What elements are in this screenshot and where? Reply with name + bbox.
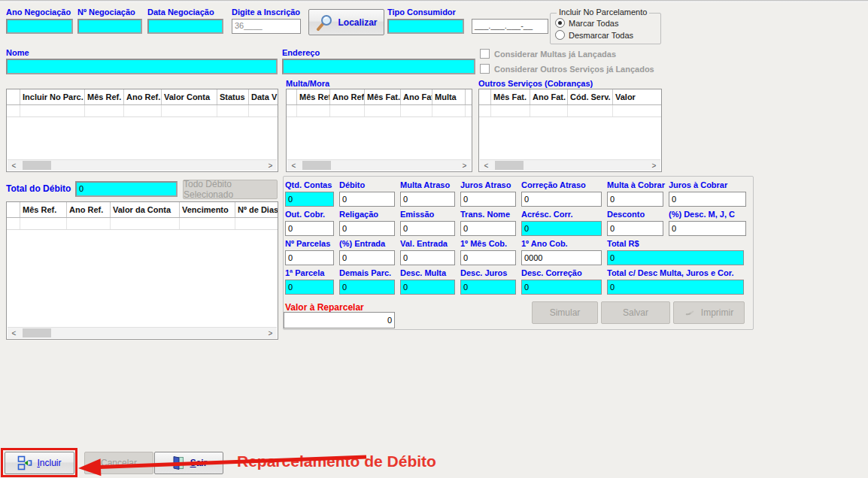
scroll-track[interactable] [20, 328, 264, 338]
checkbox-row[interactable]: Considerar Outros Serviços já Lançados [480, 64, 654, 74]
scroll-right-arrow-icon[interactable]: > [264, 328, 277, 338]
scroll-left-arrow-icon[interactable]: < [8, 160, 20, 171]
table-cell [235, 218, 278, 229]
panel-field-input[interactable]: 0 [400, 280, 455, 295]
scroll-left-arrow-icon[interactable]: < [8, 328, 20, 338]
simular-button[interactable]: Simular [532, 301, 598, 324]
panel-field-input[interactable]: 0 [285, 250, 334, 265]
todo-debito-button[interactable]: Todo Débito Selecionado [183, 180, 278, 199]
panel-field-input[interactable]: 0 [521, 221, 602, 236]
endereco-input[interactable] [282, 59, 475, 74]
panel-field-input[interactable]: 0 [607, 192, 663, 207]
outros_servicos-empty-row[interactable] [479, 105, 661, 117]
panel-field-input[interactable]: 0 [339, 221, 395, 236]
parcelamento-group-title: Incluir No Parcelamento [557, 8, 649, 17]
cancelar-button[interactable]: Cancelar [84, 452, 153, 474]
panel-field-input[interactable]: 0 [339, 192, 395, 207]
checkbox-icon[interactable] [480, 64, 490, 74]
printer-icon [684, 307, 697, 318]
panel-field-input[interactable]: 0 [400, 221, 455, 236]
scroll-right-arrow-icon[interactable]: > [648, 160, 660, 171]
num-negociacao-input[interactable] [77, 19, 142, 34]
panel-field: 1º Ano Cob.0000 [521, 239, 607, 265]
total-debito-input[interactable]: 0 [75, 181, 178, 197]
panel-field: Emissão0 [400, 210, 460, 236]
checkbox-label: Considerar Multas já Lançadas [494, 50, 616, 59]
multa_mora-hscrollbar[interactable]: <> [287, 159, 471, 171]
panel-field: Multa Atraso0 [400, 180, 460, 207]
panel-field-input[interactable]: 0 [607, 221, 663, 236]
detalhe-empty-row[interactable] [7, 218, 278, 230]
table-cell [491, 105, 530, 116]
scroll-track[interactable] [300, 160, 458, 171]
detalhe-header-row: Mês Ref.Ano Ref.Valor da ContaVencimento… [7, 202, 278, 218]
panel-field-input[interactable]: 0 [607, 280, 744, 295]
panel-field-input[interactable]: 0 [460, 192, 516, 207]
cancelar-button-label: Cancelar [101, 458, 137, 468]
table-cell [85, 105, 124, 116]
documento-mask-input[interactable]: ___.___.___-__ [472, 19, 548, 34]
tipo-consumidor-input[interactable] [387, 19, 464, 34]
panel-field-input[interactable]: 0 [285, 192, 334, 207]
scroll-thumb[interactable] [23, 161, 51, 170]
scroll-thumb[interactable] [302, 161, 331, 170]
panel-field-label: Nº Parcelas [285, 239, 339, 249]
contas-empty-row[interactable] [7, 105, 278, 117]
scroll-thumb[interactable] [23, 328, 51, 337]
sair-button[interactable]: Sair [154, 452, 223, 474]
panel-field-label: Desc. Correção [521, 268, 607, 278]
scroll-track[interactable] [20, 160, 264, 171]
checkbox-row[interactable]: Considerar Multas já Lançadas [480, 49, 616, 59]
calculo-fields-grid: Qtd. Contas0Débito0Multa Atraso0Juros At… [285, 180, 751, 295]
panel-field-input[interactable]: 0 [460, 250, 516, 265]
contas-col-header: Ano Ref. [124, 89, 162, 104]
scroll-right-arrow-icon[interactable]: > [264, 160, 277, 171]
outros_servicos-hscrollbar[interactable]: <> [480, 159, 660, 171]
ano-negociacao-label: Ano Negociação [6, 8, 71, 17]
panel-field-input[interactable]: 0 [460, 280, 516, 295]
panel-field-input[interactable]: 0000 [521, 250, 602, 265]
panel-field-input[interactable]: 0 [400, 192, 455, 207]
data-negociacao-input[interactable] [147, 19, 223, 34]
scroll-right-arrow-icon[interactable]: > [458, 160, 471, 171]
radio-unselected-icon[interactable] [555, 30, 565, 40]
scroll-track[interactable] [493, 160, 648, 171]
table-cell [162, 105, 217, 116]
reparcelamento-window: Ano Negociação Nº Negociação Data Negoci… [0, 0, 868, 478]
multa_mora-col-header: Ano Ref. [330, 89, 365, 104]
panel-field-input[interactable]: 0 [339, 280, 395, 295]
panel-field-input[interactable]: 0 [607, 250, 744, 265]
panel-field-input[interactable]: 0 [285, 221, 334, 236]
outros_servicos-col-header: Mês Fat. [491, 89, 530, 104]
ano-negociacao-input[interactable] [6, 19, 73, 34]
imprimir-button[interactable]: Imprimir [673, 301, 745, 324]
radio-option-marcar-todas[interactable]: Marcar Todas [555, 18, 618, 28]
valor-reparcelar-input[interactable]: 0 [284, 312, 395, 328]
scroll-left-arrow-icon[interactable]: < [480, 160, 493, 171]
panel-field-input[interactable]: 0 [400, 250, 455, 265]
localizar-button[interactable]: Localizar [308, 9, 384, 35]
scroll-left-arrow-icon[interactable]: < [287, 160, 300, 171]
salvar-button[interactable]: Salvar [601, 301, 670, 324]
panel-field-input[interactable]: 0 [521, 280, 602, 295]
panel-field-input[interactable]: 0 [669, 221, 746, 236]
incluir-button[interactable]: Incluir [5, 452, 74, 474]
radio-selected-icon[interactable] [555, 18, 565, 28]
inscricao-input[interactable]: 36____ [232, 19, 301, 34]
table-cell [432, 105, 466, 116]
table-cell [249, 105, 278, 116]
panel-field-input[interactable]: 0 [339, 250, 395, 265]
detalhe-hscrollbar[interactable]: <> [8, 327, 277, 338]
panel-field-input[interactable]: 0 [285, 280, 334, 295]
nome-input[interactable] [6, 59, 278, 74]
panel-field-input[interactable]: 0 [521, 192, 602, 207]
contas-hscrollbar[interactable]: <> [8, 159, 277, 171]
multa_mora-empty-row[interactable] [287, 105, 472, 117]
scroll-thumb[interactable] [495, 161, 524, 170]
panel-field-input[interactable]: 0 [669, 192, 746, 207]
table-cell [401, 105, 432, 116]
radio-option-desmarcar-todas[interactable]: Desmarcar Todas [555, 30, 633, 40]
checkbox-icon[interactable] [480, 49, 490, 59]
panel-field-input[interactable]: 0 [460, 221, 516, 236]
imprimir-button-label: Imprimir [701, 307, 733, 318]
